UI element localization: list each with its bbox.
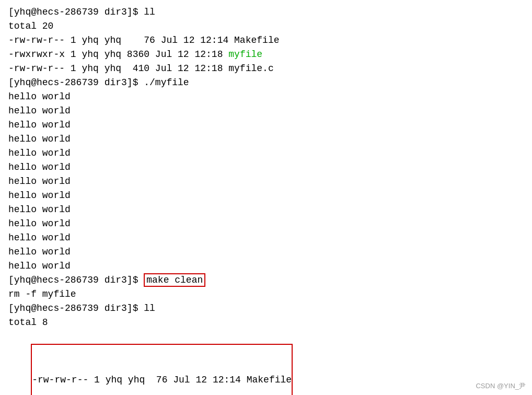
make-clean-command: make clean [144, 273, 205, 287]
hello-world-11: hello world [8, 231, 524, 245]
hello-world-13: hello world [8, 259, 524, 273]
hello-world-5: hello world [8, 146, 524, 160]
hello-world-9: hello world [8, 203, 524, 217]
myfile-green: myfile [228, 49, 262, 60]
makefile-line: -rw-rw-r-- 1 yhq yhq 76 Jul 12 12:14 Mak… [32, 373, 292, 387]
make-clean-prompt: [yhq@hecs-286739 dir3]$ [8, 275, 144, 285]
hello-world-12: hello world [8, 245, 524, 259]
hello-world-6: hello world [8, 160, 524, 175]
hello-world-3: hello world [8, 118, 524, 132]
hello-world-4: hello world [8, 132, 524, 146]
ll-line: [yhq@hecs-286739 dir3]$ ll [8, 301, 524, 316]
hello-world-1: hello world [8, 90, 524, 104]
files-highlighted-block: -rw-rw-r-- 1 yhq yhq 76 Jul 12 12:14 Mak… [8, 330, 524, 395]
line-5: -rw-rw-r-- 1 yhq yhq 410 Jul 12 12:18 my… [8, 62, 524, 76]
line-4: -rwxrwxr-x 1 yhq yhq 8360 Jul 12 12:18 m… [8, 48, 524, 62]
line-1: [yhq@hecs-286739 dir3]$ ll [8, 5, 524, 19]
files-box: -rw-rw-r-- 1 yhq yhq 76 Jul 12 12:14 Mak… [31, 344, 293, 395]
watermark: CSDN @YIN_尹 [476, 381, 526, 391]
line-3: -rw-rw-r-- 1 yhq yhq 76 Jul 12 12:14 Mak… [8, 33, 524, 48]
total-8: total 8 [8, 316, 524, 330]
hello-world-7: hello world [8, 175, 524, 189]
hello-world-8: hello world [8, 189, 524, 203]
line-4-pre: -rwxrwxr-x 1 yhq yhq 8360 Jul 12 12:18 [8, 49, 228, 60]
hello-world-10: hello world [8, 217, 524, 231]
make-clean-line: [yhq@hecs-286739 dir3]$ make clean [8, 273, 524, 287]
line-2: total 20 [8, 19, 524, 33]
hello-world-2: hello world [8, 104, 524, 118]
rm-line: rm -f myfile [8, 287, 524, 301]
terminal: [yhq@hecs-286739 dir3]$ ll total 20 -rw-… [0, 0, 532, 395]
line-6: [yhq@hecs-286739 dir3]$ ./myfile [8, 76, 524, 90]
